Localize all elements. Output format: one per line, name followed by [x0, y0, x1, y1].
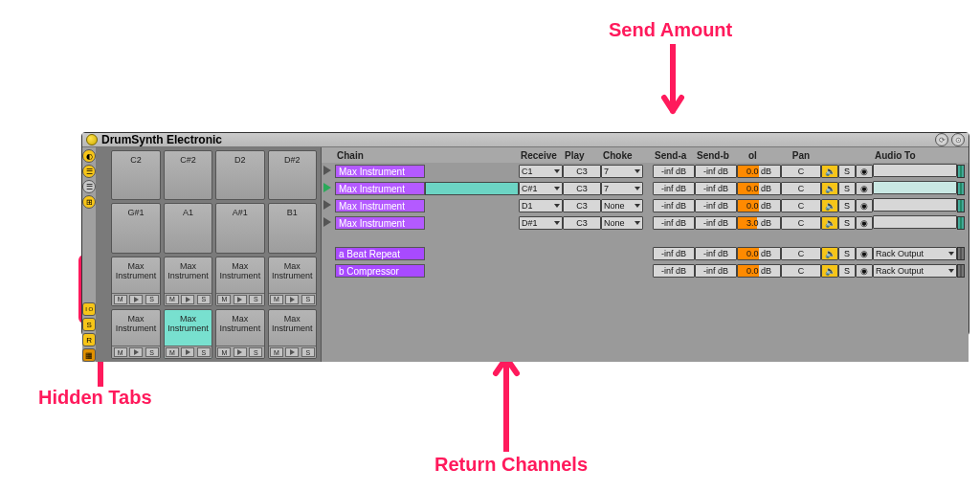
- pad-instrument-d1[interactable]: Max InstrumentMS: [215, 309, 264, 359]
- pad-solo[interactable]: S: [301, 347, 315, 357]
- pan-field[interactable]: C: [781, 165, 821, 178]
- pad-c2[interactable]: C2: [111, 150, 160, 200]
- chain-name[interactable]: Max Instrument: [335, 216, 425, 230]
- sends-toggle[interactable]: S: [82, 318, 96, 331]
- audio-to-field[interactable]: [873, 181, 957, 194]
- pad-solo[interactable]: S: [197, 347, 211, 357]
- pad-play-icon[interactable]: [181, 295, 194, 304]
- pad-play-icon[interactable]: [129, 347, 143, 357]
- audio-to-dropdown[interactable]: Rack Output: [873, 247, 957, 260]
- solo-button[interactable]: S: [838, 216, 856, 230]
- device-activator-icon[interactable]: [86, 134, 98, 145]
- audio-to-field[interactable]: [873, 164, 957, 177]
- play-note-field[interactable]: C3: [563, 216, 601, 230]
- speaker-icon[interactable]: 🔈: [821, 264, 838, 278]
- pad-dsharp2[interactable]: D#2: [268, 150, 317, 200]
- speaker-icon[interactable]: 🔈: [821, 247, 838, 260]
- audio-to-field[interactable]: [873, 198, 957, 212]
- pan-field[interactable]: C: [781, 264, 821, 278]
- hotswap-icon[interactable]: ◉: [856, 199, 873, 212]
- pad-instrument-dsharp1[interactable]: Max InstrumentMS: [268, 309, 317, 359]
- pad-asharp1[interactable]: A#1: [215, 203, 264, 253]
- chain-row[interactable]: Max InstrumentC1C37-inf dB-inf dB0.0 dBC…: [322, 163, 969, 180]
- pad-play-icon[interactable]: [285, 295, 299, 304]
- pad-mute[interactable]: M: [270, 347, 283, 357]
- pad-instrument-f1[interactable]: Max InstrumentMS: [164, 257, 212, 306]
- chain-selector-bar[interactable]: [425, 182, 519, 195]
- pad-b1[interactable]: B1: [268, 203, 317, 253]
- speaker-icon[interactable]: 🔈: [821, 182, 838, 195]
- pad-mute[interactable]: M: [114, 347, 127, 357]
- hotswap-icon[interactable]: ◉: [856, 165, 873, 178]
- pad-play-icon[interactable]: [129, 295, 143, 304]
- speaker-icon[interactable]: 🔈: [821, 165, 838, 178]
- volume-field[interactable]: 0.0 dB: [737, 165, 781, 178]
- pad-solo[interactable]: S: [249, 295, 262, 304]
- chain-play-icon[interactable]: [323, 166, 331, 175]
- return-chain-row[interactable]: a Beat Repeat-inf dB-inf dB0.0 dBC🔈S◉Rac…: [322, 245, 969, 262]
- pad-solo[interactable]: S: [249, 347, 262, 357]
- chain-row[interactable]: Max InstrumentD1C3None-inf dB-inf dB0.0 …: [322, 197, 969, 214]
- pad-instrument-csharp1-selected[interactable]: Max InstrumentMS: [164, 309, 212, 359]
- pad-mute[interactable]: M: [217, 347, 231, 357]
- solo-button[interactable]: S: [838, 182, 856, 195]
- solo-button[interactable]: S: [838, 264, 856, 278]
- pad-instrument-g1[interactable]: Max InstrumentMS: [268, 257, 317, 306]
- receive-dropdown[interactable]: D1: [519, 199, 563, 212]
- return-chain-row[interactable]: b Compressor-inf dB-inf dB0.0 dBC🔈S◉Rack…: [322, 262, 969, 279]
- chain-name[interactable]: Max Instrument: [335, 165, 425, 178]
- pad-d2[interactable]: D2: [215, 150, 264, 200]
- show-macros-toggle[interactable]: ◐: [82, 149, 96, 163]
- play-note-field[interactable]: C3: [563, 165, 601, 178]
- pad-play-icon[interactable]: [234, 347, 247, 357]
- choke-dropdown[interactable]: 7: [601, 182, 643, 195]
- show-chain-toggle[interactable]: ☰: [82, 180, 96, 193]
- pad-csharp2[interactable]: C#2: [164, 150, 212, 200]
- chain-play-icon[interactable]: [323, 200, 331, 210]
- solo-button[interactable]: S: [838, 165, 856, 178]
- chain-name[interactable]: Max Instrument: [335, 182, 425, 195]
- pad-solo[interactable]: S: [197, 295, 211, 304]
- volume-field[interactable]: 0.0 dB: [737, 199, 781, 212]
- speaker-icon[interactable]: 🔈: [821, 216, 838, 230]
- pad-solo[interactable]: S: [301, 295, 315, 304]
- returns-toggle[interactable]: R: [82, 333, 96, 346]
- volume-field[interactable]: 3.0 dB: [737, 216, 781, 230]
- hotswap-icon[interactable]: ◉: [856, 264, 873, 278]
- choke-dropdown[interactable]: 7: [601, 165, 643, 178]
- show-devices-toggle[interactable]: ☰: [82, 165, 96, 178]
- send-a-field[interactable]: -inf dB: [653, 182, 695, 195]
- chain-name[interactable]: Max Instrument: [335, 199, 425, 212]
- pan-field[interactable]: C: [781, 182, 821, 195]
- choke-dropdown[interactable]: None: [601, 199, 643, 212]
- pad-solo[interactable]: S: [145, 295, 159, 304]
- chain-row[interactable]: Max InstrumentD#1C3None-inf dB-inf dB3.0…: [322, 214, 969, 232]
- send-b-field[interactable]: -inf dB: [695, 264, 737, 278]
- pad-play-icon[interactable]: [234, 295, 247, 304]
- send-b-field[interactable]: -inf dB: [695, 216, 737, 230]
- pan-field[interactable]: C: [781, 247, 821, 260]
- chain-play-icon[interactable]: [323, 183, 331, 192]
- send-b-field[interactable]: -inf dB: [695, 199, 737, 212]
- device-save-icon[interactable]: ⟳: [935, 133, 948, 146]
- solo-button[interactable]: S: [838, 199, 856, 212]
- pad-mute[interactable]: M: [217, 295, 231, 304]
- pad-mute[interactable]: M: [114, 295, 127, 304]
- pad-instrument-fsharp1[interactable]: Max InstrumentMS: [215, 257, 264, 306]
- hotswap-icon[interactable]: ◉: [856, 216, 873, 230]
- volume-field[interactable]: 0.0 dB: [737, 182, 781, 195]
- pad-play-icon[interactable]: [181, 347, 194, 357]
- volume-field[interactable]: 0.0 dB: [737, 247, 781, 260]
- pad-play-icon[interactable]: [285, 347, 299, 357]
- choke-dropdown[interactable]: None: [601, 216, 643, 230]
- pad-mute[interactable]: M: [166, 295, 179, 304]
- io-toggle[interactable]: I O: [82, 302, 96, 316]
- send-a-field[interactable]: -inf dB: [653, 165, 695, 178]
- send-b-field[interactable]: -inf dB: [695, 182, 737, 195]
- send-a-field[interactable]: -inf dB: [653, 216, 695, 230]
- speaker-icon[interactable]: 🔈: [821, 199, 838, 212]
- pan-field[interactable]: C: [781, 216, 821, 230]
- send-a-field[interactable]: -inf dB: [653, 199, 695, 212]
- show-pads-toggle[interactable]: ⊞: [82, 195, 96, 209]
- return-chain-name[interactable]: a Beat Repeat: [335, 247, 425, 260]
